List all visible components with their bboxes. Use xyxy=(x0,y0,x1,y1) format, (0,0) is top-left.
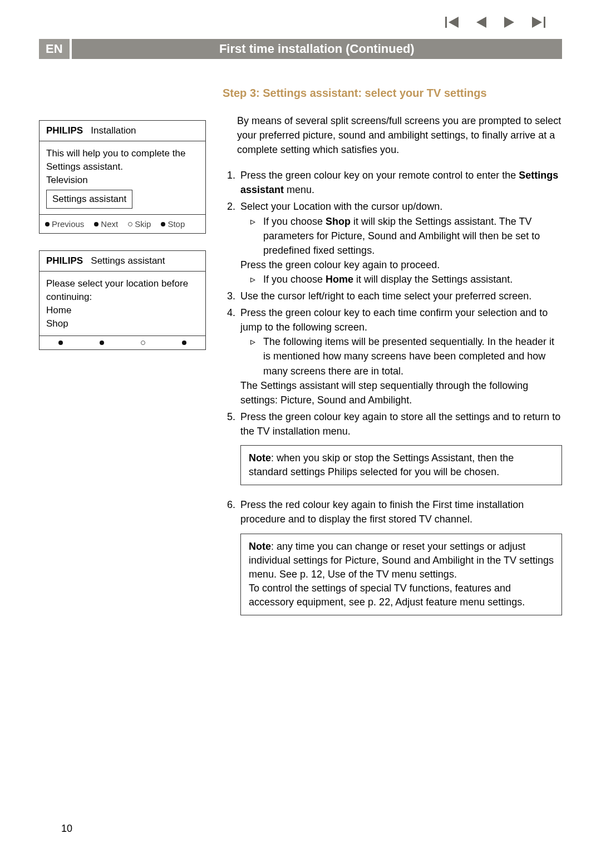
right-column: Step 3: Settings assistant: select your … xyxy=(223,87,562,628)
dot-icon[interactable] xyxy=(58,341,63,345)
settings-assistant-panel: PHILIPS Settings assistant Please select… xyxy=(39,250,206,350)
panel-body: This will help you to complete the Setti… xyxy=(40,141,205,214)
settings-assistant-box[interactable]: Settings assistant xyxy=(46,190,132,209)
sub-item: ▹ If you choose Shop it will skip the Se… xyxy=(250,214,562,258)
svg-marker-2 xyxy=(476,17,486,28)
panel-footer xyxy=(40,336,205,349)
list-item: Use the cursor left/right to each time s… xyxy=(238,289,562,303)
language-badge: EN xyxy=(39,39,70,59)
sub-text: Press the green colour key again to proc… xyxy=(240,258,562,272)
next-button[interactable]: Next xyxy=(94,219,118,229)
intro-paragraph: By means of several split screens/full s… xyxy=(237,114,562,157)
brand-label: PHILIPS xyxy=(46,255,83,266)
location-option-home[interactable]: Home xyxy=(46,304,199,317)
list-item: Press the green colour key to each time … xyxy=(238,305,562,407)
panel-header: PHILIPS Installation xyxy=(40,121,205,141)
sub-item: ▹ If you choose Home it will display the… xyxy=(250,272,562,287)
panel-text: Television xyxy=(46,174,199,187)
next-page-icon[interactable] xyxy=(503,17,515,28)
sub-text: The Settings assistant will step sequent… xyxy=(240,378,562,407)
sub-item: ▹ The following items will be presented … xyxy=(250,334,562,378)
first-page-icon[interactable] xyxy=(445,17,460,28)
panel-title: Installation xyxy=(91,125,136,136)
arrow-icon: ▹ xyxy=(250,334,255,378)
dot-icon[interactable] xyxy=(182,341,186,345)
panel-title: Settings assistant xyxy=(91,255,165,266)
location-option-shop[interactable]: Shop xyxy=(46,317,199,331)
manual-page: EN First time installation (Continued) P… xyxy=(0,0,601,868)
page-title: First time installation (Continued) xyxy=(72,39,562,59)
instruction-list: Press the green colour key on your remot… xyxy=(223,168,562,615)
list-item: Press the green colour key again to stor… xyxy=(238,410,562,486)
list-item: Press the green colour key on your remot… xyxy=(238,168,562,197)
svg-rect-0 xyxy=(445,17,447,28)
note-box: Note: when you skip or stop the Settings… xyxy=(240,445,562,485)
previous-page-icon[interactable] xyxy=(475,17,487,28)
note-box: Note: any time you can change or reset y… xyxy=(240,534,562,616)
panel-header: PHILIPS Settings assistant xyxy=(40,251,205,272)
installation-panel: PHILIPS Installation This will help you … xyxy=(39,120,206,234)
list-item: Press the red colour key again to finish… xyxy=(238,497,562,615)
panel-footer: Previous Next Skip Stop xyxy=(40,214,205,233)
list-item: Select your Location with the cursor up/… xyxy=(238,199,562,287)
arrow-icon: ▹ xyxy=(250,214,255,258)
content-area: PHILIPS Installation This will help you … xyxy=(39,87,562,628)
stop-button[interactable]: Stop xyxy=(161,219,185,229)
panel-text: Please select your location before conti… xyxy=(46,277,199,304)
skip-button[interactable]: Skip xyxy=(128,219,151,229)
svg-marker-4 xyxy=(532,17,542,28)
dot-icon[interactable] xyxy=(100,341,104,345)
svg-rect-5 xyxy=(544,17,545,28)
previous-button[interactable]: Previous xyxy=(45,219,84,229)
step-heading: Step 3: Settings assistant: select your … xyxy=(223,87,562,100)
pdf-nav-bar xyxy=(39,17,562,28)
brand-label: PHILIPS xyxy=(46,125,83,136)
last-page-icon[interactable] xyxy=(531,17,545,28)
dot-icon[interactable] xyxy=(141,341,145,345)
svg-marker-1 xyxy=(449,17,459,28)
svg-marker-3 xyxy=(504,17,514,28)
panel-body: Please select your location before conti… xyxy=(40,272,205,336)
arrow-icon: ▹ xyxy=(250,272,255,287)
panel-text: This will help you to complete the Setti… xyxy=(46,147,199,174)
page-number: 10 xyxy=(61,823,72,835)
left-column: PHILIPS Installation This will help you … xyxy=(39,87,206,628)
title-bar: EN First time installation (Continued) xyxy=(39,39,562,59)
